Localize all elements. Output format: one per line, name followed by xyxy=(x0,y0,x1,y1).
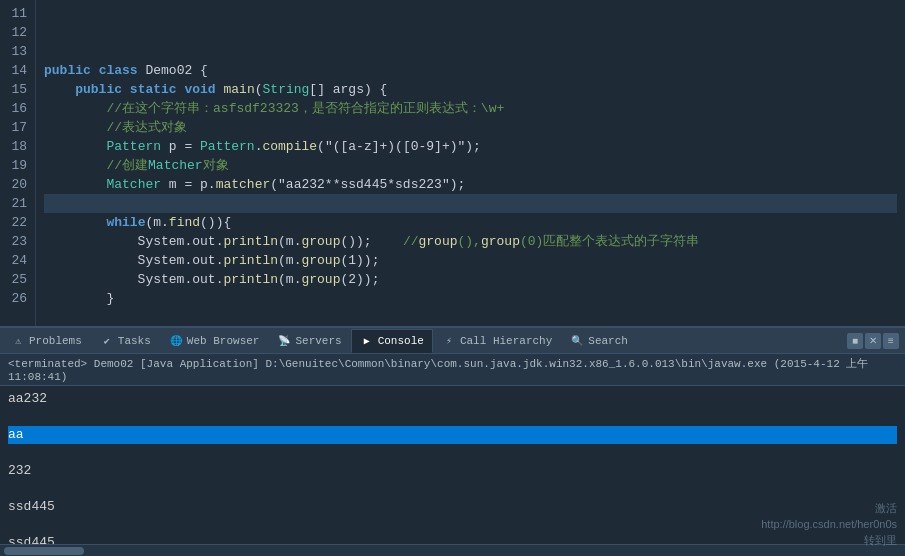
tab-problems[interactable]: ⚠Problems xyxy=(2,329,91,353)
line-number: 14 xyxy=(8,61,27,80)
console-line: 232 xyxy=(8,462,897,480)
close-button[interactable]: ✕ xyxy=(865,333,881,349)
line-number: 20 xyxy=(8,175,27,194)
code-line: //表达式对象 xyxy=(44,118,897,137)
line-number: 19 xyxy=(8,156,27,175)
line-numbers: 11121314151617181920212223242526 xyxy=(0,0,36,326)
call-hierarchy-tab-icon: ⚡ xyxy=(442,334,456,348)
console-line: aa xyxy=(8,426,897,444)
console-panel: ⚠Problems✔Tasks🌐Web Browser📡Servers▶Cons… xyxy=(0,326,905,556)
tab-servers[interactable]: 📡Servers xyxy=(268,329,350,353)
search-tab-icon: 🔍 xyxy=(570,334,584,348)
tasks-tab-icon: ✔ xyxy=(100,334,114,348)
code-line: System.out.println(m.group()); //group()… xyxy=(44,232,897,251)
tab-tasks[interactable]: ✔Tasks xyxy=(91,329,160,353)
tab-bar: ⚠Problems✔Tasks🌐Web Browser📡Servers▶Cons… xyxy=(0,328,905,354)
horizontal-scrollbar[interactable] xyxy=(0,544,905,556)
line-number: 13 xyxy=(8,42,27,61)
problems-tab-icon: ⚠ xyxy=(11,334,25,348)
call-hierarchy-tab-label: Call Hierarchy xyxy=(460,335,552,347)
console-line: aa232 xyxy=(8,390,897,408)
web-browser-tab-label: Web Browser xyxy=(187,335,260,347)
tab-console[interactable]: ▶Console xyxy=(351,329,433,353)
line-number: 12 xyxy=(8,23,27,42)
line-number: 17 xyxy=(8,118,27,137)
code-line: //在这个字符串：asfsdf23323，是否符合指定的正则表达式：\w+ xyxy=(44,99,897,118)
line-number: 16 xyxy=(8,99,27,118)
code-line: System.out.println(m.group(1)); xyxy=(44,251,897,270)
line-number: 25 xyxy=(8,270,27,289)
line-number: 24 xyxy=(8,251,27,270)
line-number: 18 xyxy=(8,137,27,156)
tab-search[interactable]: 🔍Search xyxy=(561,329,637,353)
code-line: Pattern p = Pattern.compile("([a-z]+)([0… xyxy=(44,137,897,156)
code-line: } xyxy=(44,289,897,308)
tab-actions: ■ ✕ ≡ xyxy=(847,333,903,349)
console-tab-label: Console xyxy=(378,335,424,347)
menu-button[interactable]: ≡ xyxy=(883,333,899,349)
line-number: 23 xyxy=(8,232,27,251)
servers-tab-icon: 📡 xyxy=(277,334,291,348)
code-line xyxy=(44,194,897,213)
console-tab-icon: ▶ xyxy=(360,334,374,348)
minimize-button[interactable]: ■ xyxy=(847,333,863,349)
line-number: 15 xyxy=(8,80,27,99)
console-output[interactable]: aa232aa232ssd445ssd445ssd445sds223sds223 xyxy=(0,386,905,544)
scrollbar-thumb[interactable] xyxy=(4,547,84,555)
tasks-tab-label: Tasks xyxy=(118,335,151,347)
console-line: ssd445 xyxy=(8,534,897,544)
code-content[interactable]: public class Demo02 { public static void… xyxy=(36,0,905,326)
code-line: //创建Matcher对象 xyxy=(44,156,897,175)
problems-tab-label: Problems xyxy=(29,335,82,347)
search-tab-label: Search xyxy=(588,335,628,347)
console-line: ssd445 xyxy=(8,498,897,516)
code-editor: 11121314151617181920212223242526 public … xyxy=(0,0,905,326)
tab-web-browser[interactable]: 🌐Web Browser xyxy=(160,329,269,353)
console-header: <terminated> Demo02 [Java Application] D… xyxy=(0,354,905,386)
code-line: public static void main(String[] args) { xyxy=(44,80,897,99)
tab-call-hierarchy[interactable]: ⚡Call Hierarchy xyxy=(433,329,561,353)
bottom-panel: ⚠Problems✔Tasks🌐Web Browser📡Servers▶Cons… xyxy=(0,326,905,556)
web-browser-tab-icon: 🌐 xyxy=(169,334,183,348)
code-line: public class Demo02 { xyxy=(44,61,897,80)
code-line: System.out.println(m.group(2)); xyxy=(44,270,897,289)
line-number: 22 xyxy=(8,213,27,232)
code-line xyxy=(44,308,897,326)
servers-tab-label: Servers xyxy=(295,335,341,347)
line-number: 11 xyxy=(8,4,27,23)
code-line: while(m.find()){ xyxy=(44,213,897,232)
line-number: 21 xyxy=(8,194,27,213)
code-line: Matcher m = p.matcher("aa232**ssd445*sds… xyxy=(44,175,897,194)
line-number: 26 xyxy=(8,289,27,308)
